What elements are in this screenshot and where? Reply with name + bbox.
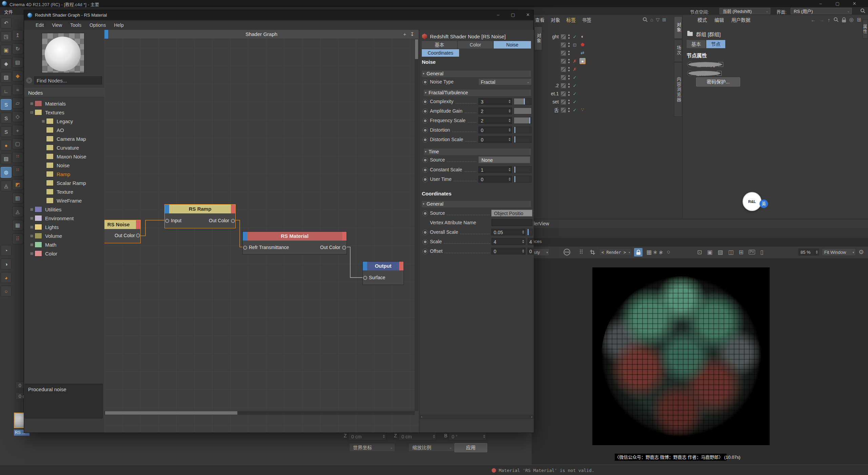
attribute-manager-menu-item[interactable]: 编辑 [714, 16, 724, 23]
gear-icon[interactable]: ⚙ [859, 248, 864, 256]
user-time-field[interactable]: 0 [478, 176, 512, 183]
renderview-tool-icon[interactable]: ⊞ [738, 249, 743, 256]
frequency-scale-field[interactable]: 2 [478, 117, 512, 124]
layer-swatch[interactable] [561, 42, 566, 48]
keyframe-dot[interactable] [422, 99, 428, 104]
tree-item[interactable]: Maxon Noise [24, 152, 104, 161]
node-rs-noise[interactable]: RS Noise Out Color [104, 220, 141, 243]
section-fractal-turbulence[interactable]: Fractal/Turbulence [424, 90, 531, 96]
side-tab-objects[interactable]: 对象 [674, 16, 682, 39]
tool-icon[interactable]: ▱ [12, 98, 23, 109]
output-port-dot[interactable] [136, 233, 140, 238]
visibility-dots-icon[interactable] [568, 91, 570, 96]
overall-scale-slider[interactable] [527, 229, 533, 235]
shader-menu-item[interactable]: Help [114, 22, 124, 28]
tree-item[interactable]: ⊞ Utilities [24, 205, 104, 214]
tree-item[interactable]: Ramp [24, 170, 104, 178]
add-icon[interactable]: ⊞ [857, 17, 862, 23]
noise-type-select[interactable]: Fractal⌄ [478, 78, 532, 85]
status-mark-icon[interactable]: ✓ [572, 34, 577, 39]
search-icon[interactable] [861, 8, 865, 13]
complexity-field[interactable]: 3 [478, 98, 512, 105]
tree-item[interactable]: ⊞ Color [24, 249, 104, 258]
keyframe-dot[interactable] [687, 62, 693, 67]
spinner-icon[interactable] [508, 167, 511, 173]
section-coord-general[interactable]: General [422, 201, 531, 207]
keyframe-dot[interactable] [422, 177, 428, 182]
tree-expander-icon[interactable]: ⊞ [29, 207, 35, 212]
target-icon[interactable]: ◎ [849, 17, 854, 23]
renderview-tool-icon[interactable]: ◫ [728, 249, 733, 256]
section-general[interactable]: General [422, 71, 531, 77]
vertex-attribute-input[interactable] [491, 219, 532, 226]
visibility-dots-icon[interactable] [568, 75, 570, 80]
attribute-manager-menu-item[interactable]: 模式 [697, 16, 707, 23]
shader-menu-item[interactable]: Edit [36, 22, 44, 28]
attributes-horizontal-scrollbar[interactable]: ‹ › [420, 415, 534, 419]
complexity-slider[interactable] [514, 98, 532, 105]
tool-icon[interactable]: ▤ [12, 57, 23, 68]
coord-field-z1[interactable]: 0 cm [348, 432, 386, 440]
keyframe-dot[interactable] [422, 249, 428, 254]
tool-icon[interactable]: ⠛ [12, 166, 23, 176]
zoom-level-field[interactable]: 85 % [798, 248, 819, 256]
offset-x-field[interactable]: 0 [491, 248, 526, 254]
tree-expander-icon[interactable]: ⊞ [29, 225, 35, 229]
renderview-tool-icon[interactable]: ⊡ [697, 249, 702, 256]
filter-icon[interactable]: ▽ [656, 17, 659, 22]
forward-icon[interactable]: → [819, 17, 824, 23]
shader-menu-item[interactable]: View [52, 22, 62, 28]
distortion-slider[interactable] [514, 127, 532, 133]
input-port-dot[interactable] [165, 219, 169, 223]
keyframe-dot[interactable] [687, 71, 693, 76]
translator-language-badge[interactable]: 英 [760, 200, 768, 208]
spinner-icon[interactable] [521, 229, 525, 235]
coord-source-button[interactable]: Object Positio [491, 210, 532, 216]
tool-icon[interactable]: S [1, 99, 12, 110]
tool-icon[interactable]: ○ [1, 286, 12, 297]
renderview-tool-icon[interactable]: ▣ [707, 249, 712, 256]
maximize-button[interactable]: ▢ [831, 0, 844, 7]
fit-mode-select[interactable]: Fit Window ▾ [822, 248, 856, 256]
object-tag-icon[interactable] [579, 91, 586, 97]
scroll-left-icon[interactable]: ‹ [421, 415, 422, 419]
object-manager-menu-item[interactable]: 标签 [566, 16, 576, 23]
tab-color[interactable]: Color [458, 41, 493, 49]
status-mark-icon[interactable]: ✓ [572, 108, 577, 113]
tool-icon[interactable]: ∟ [1, 86, 12, 96]
object-tag-icon[interactable]: ⬟ [579, 42, 586, 48]
tree-item[interactable]: AO [24, 126, 104, 134]
layer-swatch[interactable] [561, 99, 566, 104]
spinner-icon[interactable] [508, 136, 511, 142]
translator-widget-logo[interactable]: R&L [743, 192, 762, 211]
dither-icon[interactable]: ⠿ [579, 249, 583, 256]
keyframe-dot[interactable] [422, 79, 428, 85]
amplitude-gain-field[interactable]: 2 [478, 108, 512, 114]
object-row[interactable]: set ✓ [543, 98, 673, 106]
tool-icon[interactable]: ● [1, 140, 12, 151]
object-row[interactable]: ✓ [543, 73, 673, 81]
object-row[interactable]: 舌 ✓ ∵ [543, 106, 673, 114]
world-coords-select[interactable]: 世界坐标⌄ [349, 443, 395, 452]
status-mark-icon[interactable]: ✗ [572, 67, 577, 72]
tool-icon[interactable]: ◳ [1, 31, 12, 42]
back-icon[interactable]: ← [811, 17, 816, 23]
object-tag-icon[interactable]: ∵ [579, 107, 586, 113]
tool-icon[interactable]: ▥ [12, 193, 23, 204]
renderview-tool-icon[interactable]: ∗G [658, 249, 662, 256]
tool-icon[interactable]: ◍ [1, 167, 12, 178]
section-time[interactable]: Time [424, 149, 531, 155]
keyframe-dot[interactable] [422, 167, 428, 173]
render-camera-select[interactable]: < Render > ▾ [599, 248, 632, 256]
constant-scale-slider[interactable] [514, 166, 532, 173]
tree-item[interactable]: WireFrame [24, 196, 104, 205]
minimize-button[interactable]: – [814, 0, 827, 7]
object-manager-menu-item[interactable]: 对象 [551, 16, 560, 23]
object-row[interactable]: .2 ✓ [543, 81, 673, 90]
tree-item[interactable]: Texture [24, 187, 104, 196]
tool-icon[interactable]: S [1, 126, 12, 137]
tree-expander-icon[interactable]: ⊞ [29, 251, 35, 256]
layer-swatch[interactable] [561, 51, 566, 56]
visibility-dots-icon[interactable] [568, 51, 570, 55]
visibility-dots-icon[interactable] [568, 99, 570, 104]
